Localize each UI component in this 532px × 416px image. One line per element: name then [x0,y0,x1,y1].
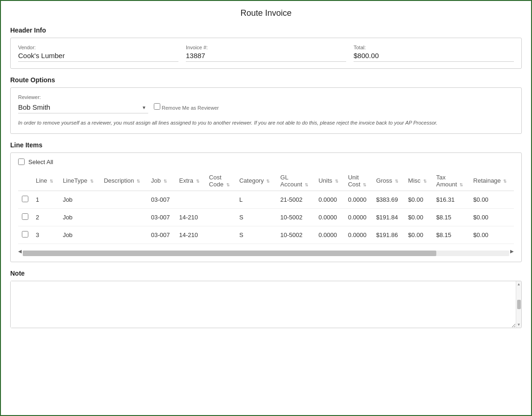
sort-icon-gl-account: ⇅ [305,183,309,187]
line-items-section: Line Items Select All Line ⇅ LineType ⇅ … [10,141,522,262]
vendor-field-group: Vendor: Cook's Lumber [18,45,178,62]
reviewer-select[interactable]: Bob Smith Jane Doe John Doe [18,101,148,113]
total-label: Total: [354,45,514,50]
note-textarea[interactable] [11,281,516,328]
route-options-section-title: Route Options [10,76,522,84]
horizontal-scrollbar[interactable]: ◀ ▶ [18,247,514,256]
row-checkbox-cell[interactable] [18,226,32,244]
sort-icon-extra: ⇅ [196,179,200,184]
sort-icon-job: ⇅ [164,179,167,184]
row-retainage-1: $0.00 [470,191,514,208]
row-linetype-3: Job [59,226,100,244]
row-job-2: 03-007 [147,208,176,226]
remove-reviewer-label[interactable]: Remove Me as Reviewer [154,103,219,111]
reviewer-label: Reviewer: [18,94,514,100]
row-checkbox-1[interactable] [22,196,28,202]
row-description-1 [100,191,147,208]
route-options-card: Reviewer: Bob Smith Jane Doe John Doe ▼ … [10,87,522,134]
reviewer-select-wrapper: Bob Smith Jane Doe John Doe ▼ [18,101,148,113]
row-unit-cost-1: 0.0000 [344,191,372,208]
scrollbar-thumb [23,251,436,256]
line-items-section-title: Line Items [10,141,522,149]
row-units-1: 0.0000 [315,191,344,208]
table-header: Line ⇅ LineType ⇅ Description ⇅ Job ⇅ Ex… [18,171,514,191]
table-row: 2 Job 03-007 14-210 S 10-5002 0.0000 0.0… [18,208,514,226]
row-units-3: 0.0000 [315,226,344,244]
sort-icon-tax-amount: ⇅ [460,183,463,187]
scroll-up-arrow[interactable]: ▲ [517,282,521,286]
row-cost-code-3 [205,226,236,244]
th-misc: Misc ⇅ [404,171,432,191]
sort-icon-description: ⇅ [137,179,140,184]
row-category-3: S [236,226,276,244]
row-cost-code-1 [205,191,236,208]
row-retainage-2: $0.00 [470,208,514,226]
reviewer-note: In order to remove yourself as a reviewe… [18,119,514,127]
invoice-label: Invoice #: [186,45,346,50]
row-description-3 [100,226,147,244]
row-gross-2: $191.84 [372,208,404,226]
row-extra-1 [176,191,205,208]
th-category: Category ⇅ [236,171,276,191]
vendor-value: Cook's Lumber [18,52,178,62]
header-info-card: Vendor: Cook's Lumber Invoice #: 13887 T… [10,38,522,69]
row-job-1: 03-007 [147,191,176,208]
table-body: 1 Job 03-007 L 21-5002 0.0000 0.0000 $38… [18,191,514,244]
page-wrapper: Route Invoice Header Info Vendor: Cook's… [0,0,532,416]
note-card: ▲ ▼ [10,281,522,328]
row-extra-3: 14-210 [176,226,205,244]
table-row: 1 Job 03-007 L 21-5002 0.0000 0.0000 $38… [18,191,514,208]
sort-icon-gross: ⇅ [395,179,399,184]
row-gl-account-2: 10-5002 [276,208,315,226]
row-gross-1: $383.69 [372,191,404,208]
scroll-right-arrow[interactable]: ▶ [510,249,514,254]
row-line-2: 2 [32,208,59,226]
th-checkbox [18,171,32,191]
th-extra: Extra ⇅ [176,171,205,191]
row-linetype-1: Job [59,191,100,208]
th-retainage: Retainage ⇅ [470,171,514,191]
row-checkbox-3[interactable] [22,231,28,238]
scroll-left-arrow[interactable]: ◀ [18,249,22,254]
row-job-3: 03-007 [147,226,176,244]
note-scrollbar[interactable]: ▲ ▼ [516,281,521,328]
row-checkbox-cell[interactable] [18,208,32,226]
note-section-title: Note [10,270,522,277]
total-field-group: Total: $800.00 [354,45,514,62]
header-info-section-title: Header Info [10,26,522,34]
total-value: $800.00 [354,52,514,62]
vendor-label: Vendor: [18,45,178,50]
scrollbar-side-thumb [517,300,521,309]
row-linetype-2: Job [59,208,100,226]
sort-icon-retainage: ⇅ [503,179,507,184]
row-unit-cost-3: 0.0000 [344,226,372,244]
th-units: Units ⇅ [315,171,344,191]
th-linetype: LineType ⇅ [59,171,100,191]
row-misc-1: $0.00 [404,191,432,208]
th-gl-account: GLAccount ⇅ [276,171,315,191]
row-description-2 [100,208,147,226]
page-title: Route Invoice [10,8,522,18]
header-info-grid: Vendor: Cook's Lumber Invoice #: 13887 T… [18,45,514,62]
row-gl-account-3: 10-5002 [276,226,315,244]
remove-reviewer-text: Remove Me as Reviewer [162,105,219,111]
th-line: Line ⇅ [32,171,59,191]
row-cost-code-2 [205,208,236,226]
select-all-checkbox[interactable] [18,158,25,165]
row-tax-amount-2: $8.15 [433,208,470,226]
row-checkbox-cell[interactable] [18,191,32,208]
select-all-label: Select All [28,158,53,165]
sort-icon-cost-code: ⇅ [226,183,230,187]
scrollbar-track[interactable] [23,251,509,256]
table-container: Line ⇅ LineType ⇅ Description ⇅ Job ⇅ Ex… [18,171,514,256]
row-category-2: S [236,208,276,226]
th-job: Job ⇅ [147,171,176,191]
invoice-value: 13887 [186,52,346,62]
row-tax-amount-1: $16.31 [433,191,470,208]
sort-icon-misc: ⇅ [423,179,427,184]
sort-icon-line: ⇅ [50,179,53,184]
row-category-1: L [236,191,276,208]
scroll-down-arrow[interactable]: ▼ [517,323,521,327]
row-checkbox-2[interactable] [22,213,28,220]
remove-reviewer-checkbox[interactable] [154,103,160,110]
